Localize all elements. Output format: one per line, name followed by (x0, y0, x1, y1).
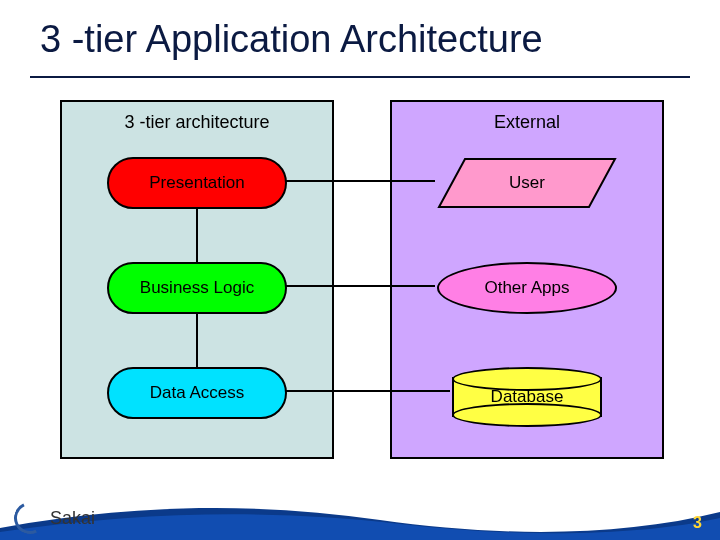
connector-business-otherapps (285, 285, 435, 287)
node-database: Database (452, 367, 602, 427)
panel-3tier-heading: 3 -tier architecture (62, 102, 332, 139)
page-number: 3 (693, 514, 702, 532)
connector-presentation-user (285, 180, 435, 182)
connector-biz-to-data (196, 314, 198, 367)
architecture-diagram: 3 -tier architecture Presentation Busine… (60, 100, 660, 460)
connector-pres-to-biz (196, 209, 198, 262)
slide-title: 3 -tier Application Architecture (40, 18, 543, 61)
footer-wave (0, 498, 720, 540)
node-other-apps: Other Apps (437, 262, 617, 314)
connector-data-database (285, 390, 450, 392)
node-data-access: Data Access (107, 367, 287, 419)
node-business-logic: Business Logic (107, 262, 287, 314)
panel-external: External User Other Apps Database (390, 100, 664, 459)
node-user-label: User (437, 157, 617, 209)
node-user: User (437, 157, 617, 209)
panel-3tier: 3 -tier architecture Presentation Busine… (60, 100, 334, 459)
sakai-logo-text: Sakai (50, 508, 95, 529)
node-database-label: Database (452, 367, 602, 427)
node-presentation: Presentation (107, 157, 287, 209)
panel-external-heading: External (392, 102, 662, 139)
sakai-swirl-icon (9, 497, 50, 538)
sakai-logo: Sakai (14, 502, 95, 534)
title-underline (30, 76, 690, 78)
slide: 3 -tier Application Architecture 3 -tier… (0, 0, 720, 540)
